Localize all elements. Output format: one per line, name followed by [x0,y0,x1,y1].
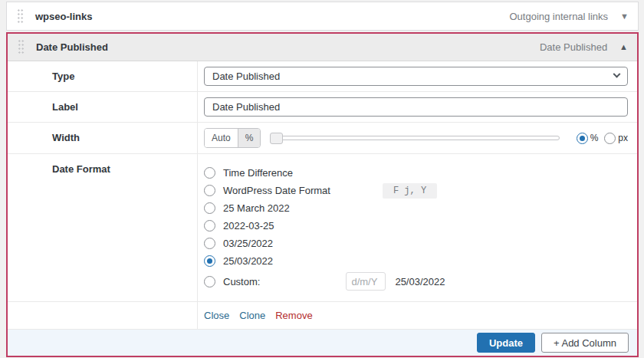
slider-handle[interactable] [270,133,283,144]
columns-settings-list: wpseo-links Outgoing internal links ▼ Da… [6,2,639,357]
type-select[interactable]: Date Published [204,67,628,86]
width-slider[interactable] [270,136,559,140]
panel-type-indicator: Date Published [540,41,607,53]
remove-link[interactable]: Remove [275,310,312,321]
radio-icon[interactable] [604,133,616,144]
radio-selected-icon[interactable] [577,133,588,144]
radio-icon[interactable] [204,167,215,179]
drag-handle-icon[interactable] [17,8,24,25]
width-mode-group: Auto % [204,128,261,148]
date-format-option-label: 25/03/2022 [223,255,273,267]
date-format-option-label: WordPress Date Format [223,185,330,196]
column-title: wpseo-links [35,11,92,22]
radio-icon[interactable] [204,238,215,249]
caret-up-icon[interactable]: ▲ [619,43,628,51]
clone-link[interactable]: Clone [239,310,265,321]
column-settings-panel: Date Published Date Published ▲ Type Dat… [6,32,639,357]
date-format-option[interactable]: 25 March 2022 [204,199,628,217]
field-row-label: Label [8,92,637,123]
date-format-option-label: 25 March 2022 [223,202,290,214]
width-unit-px[interactable]: px [604,133,628,144]
field-row-date-format: Date Format Time DifferenceWordPress Dat… [8,154,637,302]
add-column-button[interactable]: + Add Column [541,333,629,353]
radio-icon[interactable] [204,276,215,287]
field-row-type: Type Date Published [8,61,637,92]
field-row-width: Width Auto % % px [8,123,637,154]
panel-footer-bar: Update + Add Column [8,330,637,356]
date-format-option-label: Time Difference [223,167,293,179]
width-percent-button[interactable]: % [238,129,261,147]
actions-label-spacer [8,302,198,329]
column-row-wpseo-links[interactable]: wpseo-links Outgoing internal links ▼ [6,2,639,31]
custom-format-preview: 25/03/2022 [395,276,445,287]
date-format-option[interactable]: Time Difference [204,164,628,182]
label-input[interactable] [204,97,628,117]
date-format-option[interactable]: WordPress Date FormatF j, Y [204,182,628,199]
width-unit-percent[interactable]: % [577,133,599,144]
radio-icon[interactable] [204,185,215,196]
date-format-option[interactable]: 03/25/2022 [204,235,628,252]
date-format-options: Time DifferenceWordPress Date FormatF j,… [204,159,628,296]
close-link[interactable]: Close [204,310,229,321]
column-type-indicator: Outgoing internal links [509,11,608,22]
unit-percent-label: % [590,133,599,143]
radio-selected-icon[interactable] [204,255,215,267]
type-select-value: Date Published [212,71,280,82]
panel-header-row[interactable]: Date Published Date Published ▲ [8,34,637,61]
date-format-option-label: 03/25/2022 [223,238,273,249]
width-field-label: Width [8,123,198,153]
radio-icon[interactable] [204,202,215,214]
column-actions-row: Close Clone Remove [8,302,637,330]
date-format-option[interactable]: Custom:25/03/2022 [204,270,628,293]
width-auto-button[interactable]: Auto [205,129,238,147]
date-format-field-label: Date Format [8,154,198,301]
format-code-badge: F j, Y [383,183,437,199]
date-format-option[interactable]: 2022-03-25 [204,217,628,235]
panel-title: Date Published [36,41,108,53]
label-field-label: Label [8,92,198,122]
drag-handle-icon[interactable] [18,39,25,55]
caret-down-icon[interactable]: ▼ [620,12,629,21]
radio-icon[interactable] [204,220,215,232]
custom-format-input[interactable] [346,272,386,291]
date-format-option[interactable]: 25/03/2022 [204,252,628,270]
date-format-option-label: Custom: [223,276,260,287]
unit-px-label: px [618,133,628,143]
date-format-option-label: 2022-03-25 [223,220,274,232]
chevron-down-icon [613,71,621,78]
type-field-label: Type [8,61,198,91]
update-button[interactable]: Update [477,333,535,353]
